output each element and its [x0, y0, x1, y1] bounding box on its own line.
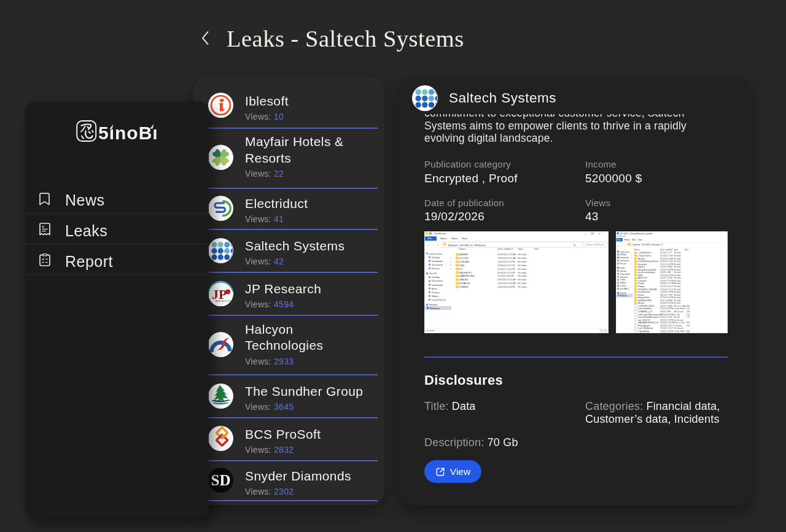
svg-text:FTampa: FTampa — [638, 285, 645, 288]
svg-text:Quick access: Quick access — [429, 253, 443, 255]
svg-text:6/7/2023 11:27 PM: 6/7/2023 11:27 PM — [497, 272, 515, 274]
svg-text:File: File — [617, 239, 620, 241]
svg-text:Desktop: Desktop — [432, 276, 440, 279]
svg-text:5/3/2023 6:15 AM: 5/3/2023 6:15 AM — [660, 258, 674, 260]
svg-text:Fund1: Fund1 — [620, 267, 625, 269]
svg-text:Size: Size — [685, 249, 689, 251]
svg-text:7/5/2024 6:08 PM: 7/5/2024 6:08 PM — [660, 314, 674, 316]
svg-text:3/7/2022 2:17 P: 3/7/2022 2:17 P — [660, 252, 672, 254]
svg-text:1/4/2023 1:46 PM: 1/4/2023 1:46 PM — [660, 291, 674, 293]
svg-text:Videos: Videos — [432, 295, 438, 298]
svg-text:Home: Home — [625, 239, 630, 241]
svg-text:XML Docume: XML Docume — [674, 310, 684, 313]
svg-text:SCAN-ID: SCAN-ID — [460, 282, 470, 285]
svg-text:09/022 6:7 AM: 09/022 6:7 AM — [660, 271, 671, 274]
svg-text:27.12.21 4:54 PM: 27.12.21 4:54 PM — [660, 263, 674, 266]
svg-text:1/31/2024 11:14 AM: 1/31/2024 11:14 AM — [497, 279, 516, 281]
svg-text:Pictures: Pictures — [432, 268, 440, 270]
svg-text:| FileServer: | FileServer — [434, 232, 446, 235]
svg-text:2/21/2022 6:06 P: 2/21/2022 6:06 P — [660, 325, 673, 327]
svg-text:1/7/2024 4:34 PM: 1/7/2024 4:34 PM — [497, 275, 514, 277]
svg-text:DB1: DB1 — [460, 264, 465, 267]
svg-text:4 Pictures: 4 Pictures — [620, 276, 628, 279]
svg-text:–: – — [585, 232, 586, 236]
svg-text:1/4/2023 1:46 PM: 1/4/2023 1:46 PM — [660, 330, 674, 333]
svg-text:9/29/2021 2:01 A: 9/29/2021 2:01 A — [660, 260, 673, 263]
svg-text:11/26/2023 1:37 AM: 11/26/2023 1:37 AM — [497, 253, 516, 256]
svg-text:File folder: File folder — [674, 302, 681, 304]
svg-text:43 B: 43 B — [686, 330, 690, 333]
svg-text:File folder: File folder — [674, 271, 681, 274]
svg-text:File folder: File folder — [674, 258, 681, 260]
svg-text:Music: Music — [432, 288, 438, 290]
svg-text:Name: Name — [634, 249, 640, 251]
svg-text:27. B: 27. B — [686, 314, 690, 316]
svg-text:= ▾: = ▾ — [623, 235, 626, 237]
svg-text:MARKETING: MARKETING — [460, 274, 475, 277]
svg-text:→: → — [432, 243, 435, 247]
svg-text:-NADSAFE RISPORC_S7: -NADSAFE RISPORC_S7 — [638, 322, 659, 324]
svg-text:File: File — [428, 237, 432, 240]
svg-text:File folder: File folder — [518, 272, 527, 274]
svg-text:File folder: File folder — [674, 274, 681, 277]
svg-text:9/7/2022 4:07 PM: 9/7/2022 4:07 PM — [660, 296, 674, 299]
svg-text:SQL File: SQL File — [674, 316, 680, 318]
svg-text:eats (Documentation): eats (Documentation) — [638, 271, 655, 274]
svg-text:9 B: 9 B — [687, 316, 690, 318]
svg-text:Share: Share — [451, 237, 458, 240]
svg-text:2 DWARFS_(.)_B: 2 DWARFS_(.)_B — [638, 310, 652, 313]
svg-text:SUNRISE.LIGPS: SUNRISE.LIGPS — [638, 299, 652, 302]
svg-text:Type: Type — [518, 247, 523, 250]
svg-text:File folder: File folder — [674, 291, 681, 293]
svg-text:4Videos: 4Videos — [620, 282, 626, 284]
svg-text:10 items: 10 items — [426, 330, 435, 332]
svg-text:1 KB: 1 KB — [686, 310, 690, 313]
svg-text:2 SmartNotate: 2 SmartNotate — [638, 330, 650, 333]
svg-text:Text Docume: Text Docume — [674, 327, 683, 330]
svg-text:Local Disk (C:): Local Disk (C:) — [432, 299, 446, 301]
svg-text:Pictures: Pictures — [620, 263, 626, 265]
svg-text:Date modified: Date modified — [660, 249, 673, 251]
svg-text:Network Paths: Network Paths — [638, 296, 650, 299]
svg-text:File folder: File folder — [518, 286, 527, 288]
svg-text:Annual Accounting Feb: Annual Accounting Feb — [638, 269, 656, 271]
svg-text:Cmdse (DataVReconversindor: Cmdse (DataVReconversindor — [638, 314, 662, 316]
svg-text:-BigTest!: -BigTest! — [638, 266, 645, 268]
svg-text:USERS: USERS — [460, 285, 469, 288]
svg-text:Ustiona: Ustiona — [638, 294, 644, 296]
svg-text:10/3/2022 2:09 PM: 10/3/2022 2:09 PM — [660, 282, 674, 285]
svg-text:File folder: File folder — [674, 260, 681, 263]
svg-text:8/8/2023 2:7 PM: 8/8/2023 2:7 PM — [660, 294, 672, 296]
svg-text:Screenshot: Screenshot — [674, 325, 682, 327]
svg-text:→: → — [621, 244, 623, 247]
svg-text:View: View — [638, 239, 643, 241]
svg-text:File folder: File folder — [674, 277, 681, 279]
svg-text:3 KB: 3 KB — [686, 333, 690, 333]
svg-text:19 B: 19 B — [686, 325, 690, 327]
svg-text:192.168.1.7 Domajb Backup Cont: 192.168.1.7 Domajb Backup Controller — [620, 233, 653, 235]
svg-text:junk_LIVE.OUT: junk_LIVE.OUT — [637, 319, 650, 322]
svg-text:File folder: File folder — [518, 261, 527, 263]
svg-text:4/5/2021 7:07 PM: 4/5/2021 7:07 PM — [660, 280, 674, 282]
svg-text:8/8/2023 2:7 PM: 8/8/2023 2:7 PM — [660, 333, 672, 333]
svg-text:File folder: File folder — [674, 299, 681, 302]
svg-text:File folder: File folder — [674, 255, 681, 257]
svg-text:ADMIN: ADMIN — [460, 253, 468, 256]
svg-text:6/21/2021 1:47 A: 6/21/2021 1:47 A — [660, 255, 673, 257]
svg-text:7/5/2021 6:39 PM: 7/5/2021 6:39 PM — [660, 269, 674, 271]
svg-text:2/21/2022 6:06 P: 2/21/2022 6:06 P — [660, 285, 673, 288]
svg-text:Documents: Documents — [638, 263, 647, 266]
svg-text:Documents: Documents — [432, 264, 443, 266]
svg-text:←: ← — [617, 244, 620, 247]
svg-text:Downloads: Downloads — [432, 284, 443, 287]
svg-text:Desktop: Desktop — [620, 253, 626, 256]
svg-text:1 Payment: 1 Payment — [638, 280, 647, 282]
svg-text:10/3/2022 2:09 PM: 10/3/2022 2:09 PM — [660, 322, 674, 324]
svg-text:JPivot Lus. Ma.: JPivot Lus. Ma. — [674, 322, 685, 324]
svg-text:File folder: File folder — [674, 282, 681, 285]
svg-text:↑: ↑ — [437, 243, 439, 247]
svg-text:✦: ✦ — [450, 268, 452, 270]
svg-text:SALES: SALES — [460, 278, 468, 281]
svg-text:DBFS: DBFS — [638, 274, 643, 277]
svg-text:Documents: Documents — [432, 280, 443, 282]
